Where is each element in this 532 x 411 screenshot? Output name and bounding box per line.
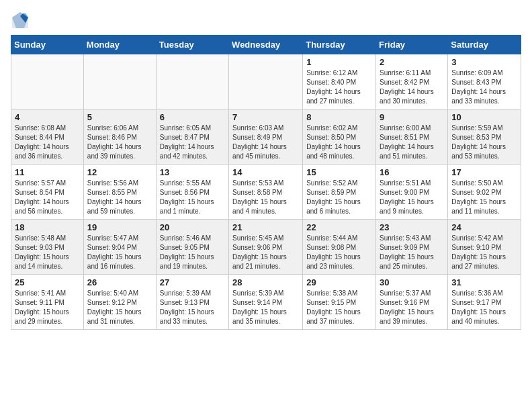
logo-icon [11,11,30,30]
day-info: Sunrise: 5:43 AM Sunset: 9:09 PM Dayligh… [380,234,444,271]
calendar-cell: 23Sunrise: 5:43 AM Sunset: 9:09 PM Dayli… [376,220,448,275]
weekday-thursday: Thursday [303,36,376,54]
day-number: 13 [160,167,225,177]
weekday-wednesday: Wednesday [229,36,303,54]
day-number: 20 [160,222,225,232]
day-info: Sunrise: 5:55 AM Sunset: 8:56 PM Dayligh… [160,179,225,216]
day-info: Sunrise: 5:36 AM Sunset: 9:17 PM Dayligh… [451,289,517,326]
day-info: Sunrise: 6:05 AM Sunset: 8:47 PM Dayligh… [160,124,225,161]
calendar-cell: 16Sunrise: 5:51 AM Sunset: 9:00 PM Dayli… [376,165,448,220]
day-info: Sunrise: 5:52 AM Sunset: 8:59 PM Dayligh… [306,179,372,216]
day-number: 26 [87,277,152,287]
day-info: Sunrise: 6:03 AM Sunset: 8:49 PM Dayligh… [232,124,299,161]
weekday-tuesday: Tuesday [156,36,228,54]
day-info: Sunrise: 5:53 AM Sunset: 8:58 PM Dayligh… [232,179,299,216]
calendar-cell: 22Sunrise: 5:44 AM Sunset: 9:08 PM Dayli… [303,220,376,275]
day-info: Sunrise: 5:42 AM Sunset: 9:10 PM Dayligh… [451,234,517,271]
calendar-cell: 30Sunrise: 5:37 AM Sunset: 9:16 PM Dayli… [376,275,448,330]
calendar-cell: 27Sunrise: 5:39 AM Sunset: 9:13 PM Dayli… [156,275,228,330]
calendar-cell: 8Sunrise: 6:02 AM Sunset: 8:50 PM Daylig… [303,109,376,165]
day-info: Sunrise: 6:02 AM Sunset: 8:50 PM Dayligh… [306,124,372,161]
calendar-cell: 26Sunrise: 5:40 AM Sunset: 9:12 PM Dayli… [83,275,156,330]
day-number: 2 [380,57,444,67]
day-info: Sunrise: 5:50 AM Sunset: 9:02 PM Dayligh… [451,179,517,216]
calendar-cell: 12Sunrise: 5:56 AM Sunset: 8:55 PM Dayli… [83,165,156,220]
day-number: 12 [87,167,152,177]
calendar-cell: 10Sunrise: 5:59 AM Sunset: 8:53 PM Dayli… [448,109,521,165]
day-info: Sunrise: 6:11 AM Sunset: 8:42 PM Dayligh… [380,68,444,106]
calendar-cell: 2Sunrise: 6:11 AM Sunset: 8:42 PM Daylig… [376,54,448,109]
weekday-friday: Friday [376,36,448,54]
calendar-cell: 11Sunrise: 5:57 AM Sunset: 8:54 PM Dayli… [11,165,84,220]
calendar-cell: 4Sunrise: 6:08 AM Sunset: 8:44 PM Daylig… [11,109,84,165]
calendar-cell [229,54,303,109]
logo [11,11,32,30]
calendar-cell: 31Sunrise: 5:36 AM Sunset: 9:17 PM Dayli… [448,275,521,330]
calendar-cell: 7Sunrise: 6:03 AM Sunset: 8:49 PM Daylig… [229,109,303,165]
day-number: 22 [306,222,372,232]
page-header [11,11,521,30]
day-info: Sunrise: 5:40 AM Sunset: 9:12 PM Dayligh… [87,289,152,326]
day-info: Sunrise: 6:08 AM Sunset: 8:44 PM Dayligh… [15,124,80,161]
weekday-header-row: SundayMondayTuesdayWednesdayThursdayFrid… [11,36,521,54]
weekday-monday: Monday [83,36,156,54]
day-number: 9 [380,112,444,122]
day-number: 14 [232,167,299,177]
day-number: 17 [451,167,517,177]
calendar-cell: 1Sunrise: 6:12 AM Sunset: 8:40 PM Daylig… [303,54,376,109]
calendar-cell [11,54,84,109]
day-info: Sunrise: 6:00 AM Sunset: 8:51 PM Dayligh… [380,124,444,161]
calendar-cell: 28Sunrise: 5:39 AM Sunset: 9:14 PM Dayli… [229,275,303,330]
day-number: 18 [15,222,80,232]
calendar-cell: 20Sunrise: 5:46 AM Sunset: 9:05 PM Dayli… [156,220,228,275]
day-info: Sunrise: 6:06 AM Sunset: 8:46 PM Dayligh… [87,124,152,161]
day-number: 11 [15,167,80,177]
calendar-week-1: 1Sunrise: 6:12 AM Sunset: 8:40 PM Daylig… [11,54,521,109]
calendar-cell: 25Sunrise: 5:41 AM Sunset: 9:11 PM Dayli… [11,275,84,330]
day-info: Sunrise: 6:12 AM Sunset: 8:40 PM Dayligh… [306,68,372,106]
day-info: Sunrise: 5:39 AM Sunset: 9:13 PM Dayligh… [160,289,225,326]
day-number: 6 [160,112,225,122]
day-info: Sunrise: 5:41 AM Sunset: 9:11 PM Dayligh… [15,289,80,326]
day-number: 24 [451,222,517,232]
day-number: 4 [15,112,80,122]
day-number: 1 [306,57,372,67]
calendar-cell: 24Sunrise: 5:42 AM Sunset: 9:10 PM Dayli… [448,220,521,275]
day-number: 10 [451,112,517,122]
day-number: 29 [306,277,372,287]
calendar-cell: 5Sunrise: 6:06 AM Sunset: 8:46 PM Daylig… [83,109,156,165]
day-info: Sunrise: 5:47 AM Sunset: 9:04 PM Dayligh… [87,234,152,271]
calendar-cell: 21Sunrise: 5:45 AM Sunset: 9:06 PM Dayli… [229,220,303,275]
day-info: Sunrise: 5:45 AM Sunset: 9:06 PM Dayligh… [232,234,299,271]
day-info: Sunrise: 5:59 AM Sunset: 8:53 PM Dayligh… [451,124,517,161]
calendar-table: SundayMondayTuesdayWednesdayThursdayFrid… [11,35,521,330]
calendar-cell: 17Sunrise: 5:50 AM Sunset: 9:02 PM Dayli… [448,165,521,220]
calendar-cell: 3Sunrise: 6:09 AM Sunset: 8:43 PM Daylig… [448,54,521,109]
day-number: 28 [232,277,299,287]
calendar-cell: 9Sunrise: 6:00 AM Sunset: 8:51 PM Daylig… [376,109,448,165]
day-info: Sunrise: 5:46 AM Sunset: 9:05 PM Dayligh… [160,234,225,271]
day-info: Sunrise: 5:48 AM Sunset: 9:03 PM Dayligh… [15,234,80,271]
day-info: Sunrise: 5:51 AM Sunset: 9:00 PM Dayligh… [380,179,444,216]
day-info: Sunrise: 5:56 AM Sunset: 8:55 PM Dayligh… [87,179,152,216]
day-number: 7 [232,112,299,122]
day-info: Sunrise: 6:09 AM Sunset: 8:43 PM Dayligh… [451,68,517,106]
weekday-sunday: Sunday [11,36,84,54]
calendar-cell: 19Sunrise: 5:47 AM Sunset: 9:04 PM Dayli… [83,220,156,275]
day-info: Sunrise: 5:57 AM Sunset: 8:54 PM Dayligh… [15,179,80,216]
day-info: Sunrise: 5:37 AM Sunset: 9:16 PM Dayligh… [380,289,444,326]
calendar-header: SundayMondayTuesdayWednesdayThursdayFrid… [11,36,521,54]
calendar-cell: 29Sunrise: 5:38 AM Sunset: 9:15 PM Dayli… [303,275,376,330]
day-info: Sunrise: 5:44 AM Sunset: 9:08 PM Dayligh… [306,234,372,271]
calendar-week-5: 25Sunrise: 5:41 AM Sunset: 9:11 PM Dayli… [11,275,521,330]
day-number: 31 [451,277,517,287]
day-number: 8 [306,112,372,122]
calendar-cell: 14Sunrise: 5:53 AM Sunset: 8:58 PM Dayli… [229,165,303,220]
calendar-body: 1Sunrise: 6:12 AM Sunset: 8:40 PM Daylig… [11,54,521,330]
calendar-week-3: 11Sunrise: 5:57 AM Sunset: 8:54 PM Dayli… [11,165,521,220]
day-info: Sunrise: 5:39 AM Sunset: 9:14 PM Dayligh… [232,289,299,326]
calendar-cell: 6Sunrise: 6:05 AM Sunset: 8:47 PM Daylig… [156,109,228,165]
day-number: 15 [306,167,372,177]
day-number: 27 [160,277,225,287]
day-number: 21 [232,222,299,232]
